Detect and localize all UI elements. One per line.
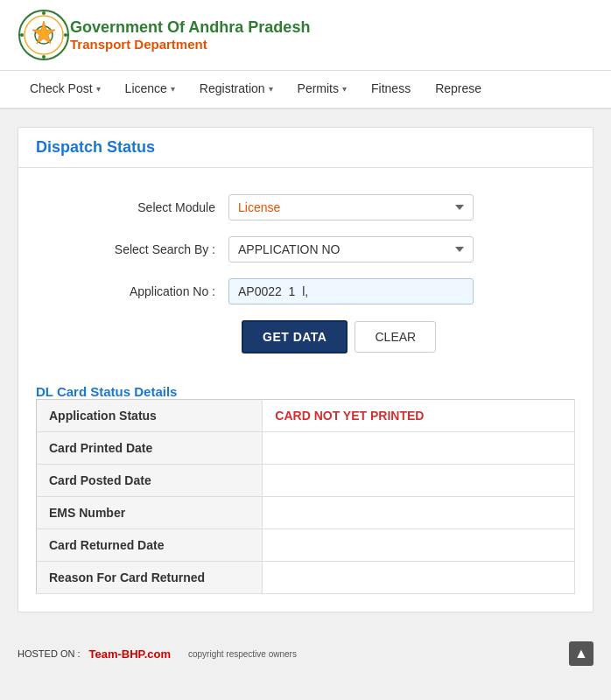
table-row: Card Printed Date [37,432,575,465]
get-data-button[interactable]: GET DATA [242,320,348,354]
form-area: Select Module License Registration Permi… [18,168,593,371]
svg-point-4 [42,11,46,15]
select-module[interactable]: License Registration Permits [228,194,474,220]
row-value [263,529,575,562]
status-table: Application StatusCARD NOT YET PRINTEDCa… [36,399,575,594]
svg-marker-3 [32,21,55,44]
clear-button[interactable]: CLEAR [355,321,436,353]
row-label: Card Posted Date [37,465,263,497]
svg-point-5 [42,55,46,59]
row-label: Reason For Card Returned [37,562,263,594]
footer-brand: Team-BHP.com [89,648,171,661]
select-search-label: Select Search By : [53,242,228,256]
footer-watermark: HOSTED ON : Team-BHP.com copyright respe… [0,634,611,673]
row-value [263,432,575,465]
select-module-row: Select Module License Registration Permi… [53,194,558,220]
nav-check-post[interactable]: Check Post ▾ [18,71,113,108]
dl-section: DL Card Status Details Application Statu… [18,371,593,612]
app-no-label: Application No : [53,284,228,298]
site-title: Government Of Andhra Pradesh [70,18,310,37]
table-row: EMS Number [37,497,575,529]
chevron-down-icon: ▾ [96,84,101,94]
dispatch-header: Dispatch Status [18,128,593,168]
app-no-input[interactable] [228,278,474,304]
row-label: EMS Number [37,497,263,529]
table-row: Reason For Card Returned [37,562,575,594]
svg-point-7 [64,33,67,37]
app-no-row: Application No : [53,278,558,304]
table-row: Card Posted Date [37,465,575,497]
chevron-down-icon: ▾ [171,84,175,94]
row-value: CARD NOT YET PRINTED [263,400,575,432]
select-search[interactable]: APPLICATION NO CHASSIS NO ENGINE NO [228,236,474,262]
main-navbar: Check Post ▾ Licence ▾ Registration ▾ Pe… [0,71,611,109]
nav-licence[interactable]: Licence ▾ [113,71,187,108]
table-row: Application StatusCARD NOT YET PRINTED [37,400,575,432]
app-no-wrap [228,278,474,304]
footer-copyright: copyright respective owners [188,649,297,659]
row-label: Application Status [37,400,263,432]
select-search-wrap: APPLICATION NO CHASSIS NO ENGINE NO [228,236,474,262]
row-value [263,497,575,529]
chevron-down-icon: ▾ [342,84,347,94]
select-module-label: Select Module [53,200,228,214]
site-header: Government Of Andhra Pradesh Transport D… [0,0,611,71]
form-buttons: GET DATA CLEAR [53,320,558,354]
dispatch-title: Dispatch Status [36,138,155,156]
select-module-wrap: License Registration Permits [228,194,474,220]
scroll-to-top-button[interactable]: ▲ [569,641,593,666]
select-search-row: Select Search By : APPLICATION NO CHASSI… [53,236,558,262]
chevron-down-icon: ▾ [269,84,273,94]
government-logo [18,9,70,61]
row-label: Card Printed Date [37,432,263,465]
row-value [263,562,575,594]
main-content: Dispatch Status Select Module License Re… [0,109,611,634]
dispatch-card: Dispatch Status Select Module License Re… [18,127,593,612]
nav-represe[interactable]: Represe [423,71,494,108]
nav-fitness[interactable]: Fitness [359,71,423,108]
nav-permits[interactable]: Permits ▾ [285,71,359,108]
svg-point-6 [20,33,24,37]
row-value [263,465,575,497]
row-label: Card Returned Date [37,529,263,562]
footer-hosted-label: HOSTED ON : [18,648,81,659]
dl-card-title-link[interactable]: DL Card Status Details [36,384,177,399]
table-row: Card Returned Date [37,529,575,562]
site-subtitle: Transport Department [70,37,310,52]
nav-registration[interactable]: Registration ▾ [187,71,285,108]
header-text-block: Government Of Andhra Pradesh Transport D… [70,18,310,52]
